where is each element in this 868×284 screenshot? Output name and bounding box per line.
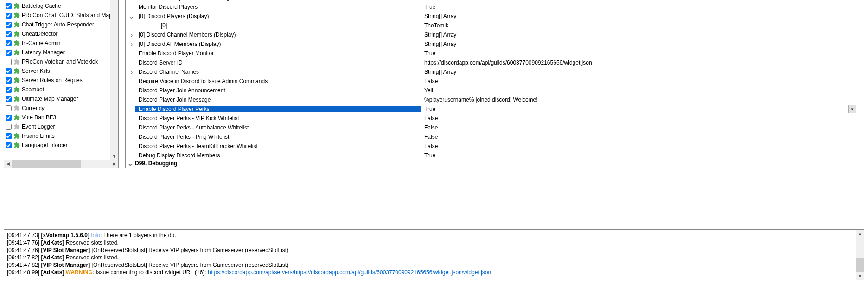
plugin-checkbox[interactable]	[6, 22, 12, 28]
puzzle-icon	[13, 31, 20, 37]
setting-row[interactable]: Monitor Discord PlayersTrue	[126, 2, 864, 12]
setting-row[interactable]: Discord Player Join Message%playeruserna…	[126, 95, 864, 104]
category-label: D99. Debugging	[132, 160, 419, 167]
plugin-label: PRoCon Chat, GUID, Stats and Map	[22, 12, 112, 19]
scrollbar-thumb[interactable]	[856, 258, 864, 272]
setting-key: Discord Server ID	[135, 59, 421, 66]
plugin-row[interactable]: Latency Manager	[4, 48, 118, 57]
plugin-row[interactable]: Vote Ban BF3	[4, 113, 118, 122]
log-vertical-scrollbar[interactable]: ▲ ▼	[856, 230, 864, 280]
plugin-checkbox[interactable]	[6, 50, 12, 56]
scrollbar-track[interactable]	[856, 238, 864, 272]
setting-key: Enable Discord Player Perks	[135, 106, 421, 112]
expand-icon[interactable]: ›	[126, 68, 135, 76]
setting-row[interactable]: Discord Player Perks - Autobalance White…	[126, 123, 864, 132]
setting-row[interactable]: ›Discord Channel NamesString[] Array	[126, 67, 864, 77]
setting-row[interactable]: [0]TheTomik	[126, 21, 864, 30]
plugin-checkbox[interactable]	[6, 77, 12, 84]
setting-row[interactable]: Discord Server IDhttps://discordapp.com/…	[126, 58, 864, 67]
expand-icon[interactable]: ›	[126, 40, 135, 48]
scrollbar-thumb[interactable]	[12, 160, 81, 168]
setting-key: Discord Player Perks - Autobalance White…	[135, 124, 421, 131]
plugin-checkbox[interactable]	[6, 124, 12, 130]
setting-row[interactable]: Require Voice in Discord to Issue Admin …	[126, 77, 864, 86]
plugin-list-panel: Battlelog CachePRoCon Chat, GUID, Stats …	[4, 0, 119, 168]
plugin-row[interactable]: LanguageEnforcer	[4, 141, 118, 150]
plugin-row[interactable]: Insane Limits	[4, 131, 118, 141]
log-line: [09:41:47 73] [xVotemap 1.5.6.0] Info: T…	[7, 232, 861, 239]
plugin-label: Spambot	[22, 86, 44, 93]
plugin-row[interactable]: Spambot	[4, 85, 118, 94]
plugin-row[interactable]: PRoCon Voteban and Votekick	[4, 57, 118, 66]
plugin-row[interactable]: Server Kills	[4, 66, 118, 76]
plugin-row[interactable]: Currency	[4, 103, 118, 113]
plugin-checkbox[interactable]	[6, 59, 12, 65]
setting-key: Monitor Discord Players	[135, 4, 421, 10]
plugin-label: Vote Ban BF3	[22, 114, 56, 121]
plugin-row[interactable]: Ultimate Map Manager	[4, 94, 118, 103]
puzzle-icon	[13, 142, 20, 148]
setting-row[interactable]: Debug Display Discord MembersTrue	[126, 151, 864, 160]
collapse-icon[interactable]: ⌄	[126, 13, 135, 20]
setting-row[interactable]: Discord Player Perks - Ping WhitelistFal…	[126, 132, 864, 142]
scroll-up-icon[interactable]: ▲	[856, 230, 864, 238]
plugin-checkbox[interactable]	[6, 142, 12, 148]
setting-key: Enable Discord Player Monitor	[135, 50, 421, 57]
text-caret	[436, 106, 436, 112]
setting-row[interactable]: Discord Player Perks - VIP Kick Whitelis…	[126, 114, 864, 123]
collapse-icon[interactable]: ⌄	[126, 160, 132, 167]
setting-value: True	[421, 4, 864, 10]
plugin-scroll-down-icon[interactable]: ▼	[110, 0, 118, 160]
plugin-checkbox[interactable]	[6, 133, 12, 139]
plugin-label: Event Logger	[22, 123, 55, 130]
plugin-checkbox[interactable]	[6, 105, 12, 111]
setting-value: False	[421, 78, 864, 84]
setting-row[interactable]: Discord Player Join AnnouncementYell	[126, 86, 864, 95]
setting-row[interactable]: ›[0] Discord Channel Members (Display)St…	[126, 30, 864, 39]
plugin-checkbox[interactable]	[6, 3, 12, 9]
puzzle-icon	[13, 40, 20, 46]
dropdown-button[interactable]: ▼	[848, 105, 856, 113]
expand-icon[interactable]: ›	[126, 31, 135, 39]
scrollbar-track[interactable]	[12, 160, 110, 168]
puzzle-icon	[13, 49, 20, 56]
plugin-checkbox[interactable]	[6, 13, 12, 19]
setting-row[interactable]: Enable Discord Player PerksTrue▼	[126, 104, 864, 114]
settings-category-header[interactable]: ⌄D99. Debugging	[126, 160, 864, 167]
setting-key: [0] Discord Players (Display)	[135, 13, 421, 19]
setting-value: False	[421, 124, 864, 131]
plugin-checkbox[interactable]	[6, 115, 12, 121]
puzzle-icon	[13, 96, 20, 102]
puzzle-icon	[13, 123, 20, 130]
scroll-left-icon[interactable]: ◀	[4, 160, 12, 168]
plugin-checkbox[interactable]	[6, 68, 12, 74]
plugin-checkbox[interactable]	[6, 31, 12, 37]
log-link[interactable]: https://discordapp.com/api/servers/https…	[208, 269, 491, 276]
setting-value: String[] Array	[421, 69, 864, 75]
plugin-row[interactable]: Battlelog Cache	[4, 1, 118, 11]
plugin-checkbox[interactable]	[6, 87, 12, 93]
setting-row[interactable]: ⌄[0] Discord Players (Display)String[] A…	[126, 12, 864, 21]
plugin-row[interactable]: CheatDetector	[4, 29, 118, 39]
setting-key: Discord Player Perks - VIP Kick Whitelis…	[135, 115, 421, 122]
setting-key: Discord Player Perks - Ping Whitelist	[135, 134, 421, 140]
plugin-row[interactable]: Event Logger	[4, 122, 118, 131]
setting-row[interactable]: Discord Player Perks - TeamKillTracker W…	[126, 142, 864, 151]
setting-value: True	[421, 152, 864, 159]
plugin-row[interactable]: In-Game Admin	[4, 39, 118, 48]
plugin-horizontal-scrollbar[interactable]: ◀ ▶	[4, 160, 118, 168]
setting-value: String[] Array	[421, 41, 864, 47]
setting-row[interactable]: ›[0] Discord All Members (Display)String…	[126, 39, 864, 49]
setting-value[interactable]: True▼	[421, 105, 864, 113]
setting-row[interactable]: Enable Discord Player MonitorTrue	[126, 49, 864, 58]
setting-key: Debug Display Discord Members	[135, 152, 421, 159]
plugin-row[interactable]: Chat Trigger Auto-Responder	[4, 20, 118, 29]
scroll-down-icon[interactable]: ▼	[856, 272, 864, 280]
plugin-checkbox[interactable]	[6, 96, 12, 102]
puzzle-icon	[13, 3, 20, 9]
plugin-checkbox[interactable]	[6, 40, 12, 46]
scroll-right-icon[interactable]: ▶	[110, 160, 118, 168]
setting-value: String[] Array	[421, 13, 864, 19]
plugin-row[interactable]: Server Rules on Request	[4, 76, 118, 85]
plugin-row[interactable]: PRoCon Chat, GUID, Stats and Map	[4, 11, 118, 20]
